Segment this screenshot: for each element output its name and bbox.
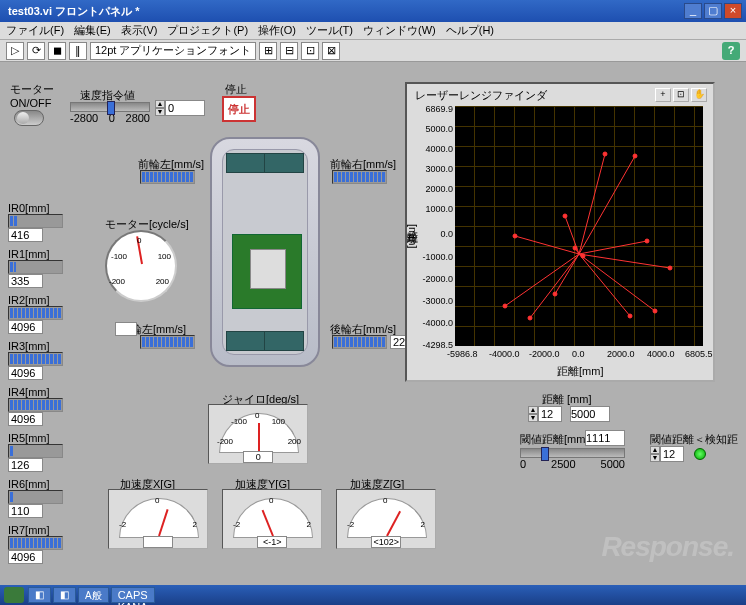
- task-app1[interactable]: ◧: [28, 587, 51, 603]
- run-cont-button[interactable]: ⟳: [27, 42, 45, 60]
- fl-bar: [140, 170, 195, 184]
- svg-point-25: [628, 314, 632, 318]
- cond-up[interactable]: ▲: [650, 446, 660, 454]
- cond-led: [694, 448, 706, 460]
- accelx-gauge: -2 0 2: [108, 489, 208, 549]
- svg-line-18: [530, 254, 579, 318]
- svg-line-10: [579, 154, 605, 254]
- ir-row: IR7[mm]4096: [8, 524, 63, 564]
- resize-button[interactable]: ⊠: [322, 42, 340, 60]
- ir-row: IR2[mm]4096: [8, 294, 63, 334]
- taskbar: ◧ ◧ A般 CAPSKANA: [0, 585, 746, 605]
- dist-step-down[interactable]: ▼: [528, 414, 538, 422]
- help-button[interactable]: ?: [722, 42, 740, 60]
- svg-line-14: [579, 241, 647, 254]
- minimize-button[interactable]: _: [684, 3, 702, 19]
- maximize-button[interactable]: ▢: [704, 3, 722, 19]
- ir4-bar: [8, 398, 63, 412]
- task-app2[interactable]: ◧: [53, 587, 76, 603]
- speed-slider[interactable]: [70, 102, 150, 112]
- svg-point-1: [503, 304, 507, 308]
- abort-button[interactable]: ◼: [48, 42, 66, 60]
- ir2-value: 4096: [8, 320, 43, 334]
- graph-ylabel: 距離[mm]: [405, 224, 420, 248]
- start-button[interactable]: [4, 587, 24, 603]
- graph-pan-tool[interactable]: ✋: [691, 88, 707, 102]
- svg-line-24: [579, 254, 630, 316]
- toolbar: ▷ ⟳ ◼ ‖ 12pt アプリケーションフォント ⊞ ⊟ ⊡ ⊠ ?: [0, 40, 746, 62]
- ir5-bar: [8, 444, 63, 458]
- align-button[interactable]: ⊞: [259, 42, 277, 60]
- graph-title: レーザーレンジファインダ: [415, 88, 547, 103]
- rr-bar: [332, 335, 387, 349]
- ir-row: IR6[mm]110: [8, 478, 63, 518]
- reorder-button[interactable]: ⊡: [301, 42, 319, 60]
- dist-label: 距離 [mm]: [542, 392, 592, 407]
- motor-onoff-switch[interactable]: [14, 110, 44, 126]
- fr-bar: [332, 170, 387, 184]
- svg-line-22: [579, 254, 655, 311]
- menu-project[interactable]: プロジェクト(P): [167, 23, 248, 38]
- graph-plot[interactable]: [455, 106, 703, 346]
- svg-line-12: [579, 156, 635, 254]
- svg-point-11: [603, 152, 607, 156]
- svg-line-2: [515, 236, 579, 254]
- svg-point-7: [573, 246, 577, 250]
- speed-input[interactable]: [165, 100, 205, 116]
- svg-line-0: [505, 254, 579, 306]
- stop-button[interactable]: 停止: [222, 96, 256, 122]
- robot-diagram: [210, 137, 320, 367]
- ir1-bar: [8, 260, 63, 274]
- svg-point-19: [528, 316, 532, 320]
- speed-up[interactable]: ▲: [155, 100, 165, 108]
- cond-down[interactable]: ▼: [650, 454, 660, 462]
- ir-row: IR1[mm]335: [8, 248, 63, 288]
- cond-step[interactable]: [660, 446, 684, 462]
- svg-point-15: [645, 239, 649, 243]
- dist-value[interactable]: [570, 406, 610, 422]
- graph-cursor-tool[interactable]: +: [655, 88, 671, 102]
- svg-point-13: [633, 154, 637, 158]
- menu-help[interactable]: ヘルプ(H): [446, 23, 494, 38]
- menu-edit[interactable]: 編集(E): [74, 23, 111, 38]
- motor-gauge: 0 100 -100 200 -200: [105, 230, 177, 302]
- gyro-gauge: 0 -200 -100 0 100 200: [208, 404, 308, 464]
- pause-button[interactable]: ‖: [69, 42, 87, 60]
- graph-zoom-tool[interactable]: ⊡: [673, 88, 689, 102]
- run-button[interactable]: ▷: [6, 42, 24, 60]
- svg-line-16: [579, 254, 670, 268]
- ir3-bar: [8, 352, 63, 366]
- ir0-bar: [8, 214, 63, 228]
- menu-window[interactable]: ウィンドウ(W): [363, 23, 436, 38]
- rl-value: [115, 322, 137, 336]
- ir6-bar: [8, 490, 63, 504]
- ime-mode[interactable]: A般: [78, 587, 109, 603]
- close-button[interactable]: ×: [724, 3, 742, 19]
- ir-row: IR5[mm]126: [8, 432, 63, 472]
- watermark: Response.: [601, 531, 734, 563]
- ir0-value: 416: [8, 228, 43, 242]
- ir4-value: 4096: [8, 412, 43, 426]
- dist-step[interactable]: [538, 406, 562, 422]
- menu-file[interactable]: ファイル(F): [6, 23, 64, 38]
- dist-step-up[interactable]: ▲: [528, 406, 538, 414]
- ir6-value: 110: [8, 504, 43, 518]
- ir3-value: 4096: [8, 366, 43, 380]
- svg-point-5: [563, 214, 567, 218]
- motor-onoff-label: モーター ON/OFF: [10, 82, 54, 109]
- thresh-slider[interactable]: [520, 448, 625, 458]
- ime-caps[interactable]: CAPSKANA: [111, 587, 155, 603]
- ir1-value: 335: [8, 274, 43, 288]
- font-selector[interactable]: 12pt アプリケーションフォント: [90, 42, 256, 60]
- svg-point-17: [668, 266, 672, 270]
- rl-bar: [140, 335, 195, 349]
- menu-view[interactable]: 表示(V): [121, 23, 158, 38]
- thresh-value[interactable]: [585, 430, 625, 446]
- menubar: ファイル(F) 編集(E) 表示(V) プロジェクト(P) 操作(O) ツール(…: [0, 22, 746, 40]
- menu-tools[interactable]: ツール(T): [306, 23, 353, 38]
- distribute-button[interactable]: ⊟: [280, 42, 298, 60]
- ir-row: IR3[mm]4096: [8, 340, 63, 380]
- speed-down[interactable]: ▼: [155, 108, 165, 116]
- menu-operate[interactable]: 操作(O): [258, 23, 296, 38]
- ir-row: IR4[mm]4096: [8, 386, 63, 426]
